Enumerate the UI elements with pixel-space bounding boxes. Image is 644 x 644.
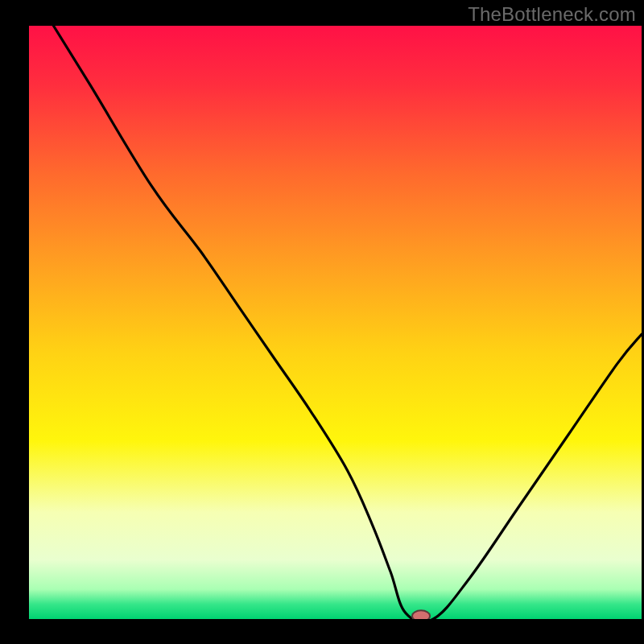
watermark-text: TheBottleneck.com <box>468 3 636 26</box>
gradient-background <box>29 26 642 619</box>
bottleneck-chart <box>0 0 644 644</box>
chart-frame: TheBottleneck.com <box>0 0 644 644</box>
bottleneck-marker <box>412 610 430 621</box>
